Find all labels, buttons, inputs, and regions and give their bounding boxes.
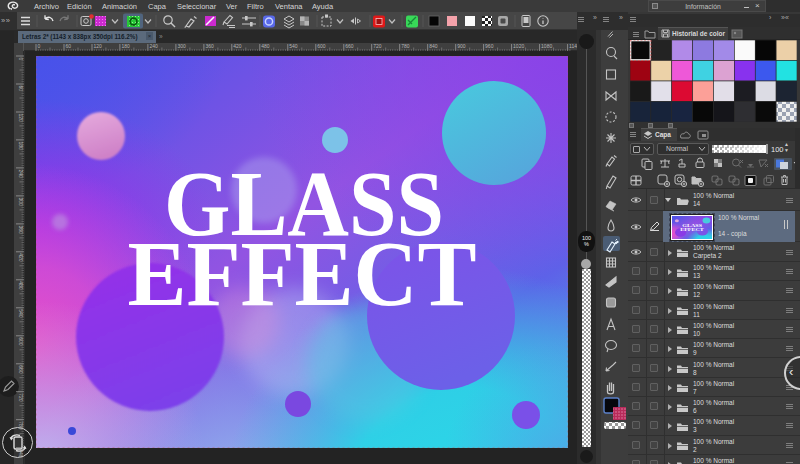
svg-text:960: 960 bbox=[485, 43, 494, 49]
svg-text:900: 900 bbox=[457, 43, 466, 49]
svg-text:60: 60 bbox=[18, 86, 24, 92]
svg-text:360: 360 bbox=[205, 43, 214, 49]
svg-text:720: 720 bbox=[373, 43, 382, 49]
svg-text:420: 420 bbox=[233, 43, 242, 49]
svg-text:600: 600 bbox=[18, 337, 24, 346]
svg-text:780: 780 bbox=[401, 43, 410, 49]
svg-text:540: 540 bbox=[289, 43, 298, 49]
svg-text:780: 780 bbox=[18, 421, 24, 430]
svg-text:660: 660 bbox=[18, 365, 24, 374]
svg-text:600: 600 bbox=[317, 43, 326, 49]
svg-text:0: 0 bbox=[18, 58, 24, 61]
svg-text:660: 660 bbox=[345, 43, 354, 49]
svg-text:60: 60 bbox=[66, 43, 72, 49]
svg-text:EFFECT: EFFECT bbox=[680, 226, 704, 231]
svg-text:0: 0 bbox=[38, 43, 41, 49]
svg-text:840: 840 bbox=[429, 43, 438, 49]
svg-text:720: 720 bbox=[18, 393, 24, 402]
svg-text:1140: 1140 bbox=[569, 43, 577, 49]
svg-text:840: 840 bbox=[18, 449, 24, 458]
svg-text:180: 180 bbox=[18, 141, 24, 150]
svg-text:120: 120 bbox=[18, 114, 24, 123]
svg-text:420: 420 bbox=[18, 253, 24, 262]
svg-text:240: 240 bbox=[18, 169, 24, 178]
svg-text:360: 360 bbox=[18, 225, 24, 234]
svg-text:480: 480 bbox=[261, 43, 270, 49]
svg-text:480: 480 bbox=[18, 281, 24, 290]
svg-text:540: 540 bbox=[18, 309, 24, 318]
svg-text:120: 120 bbox=[94, 43, 103, 49]
svg-text:1080: 1080 bbox=[541, 43, 552, 49]
svg-text:240: 240 bbox=[149, 43, 158, 49]
svg-text:300: 300 bbox=[18, 197, 24, 206]
svg-text:EFFECT: EFFECT bbox=[128, 221, 477, 325]
svg-text:180: 180 bbox=[121, 43, 130, 49]
svg-text:300: 300 bbox=[177, 43, 186, 49]
svg-text:1020: 1020 bbox=[513, 43, 524, 49]
